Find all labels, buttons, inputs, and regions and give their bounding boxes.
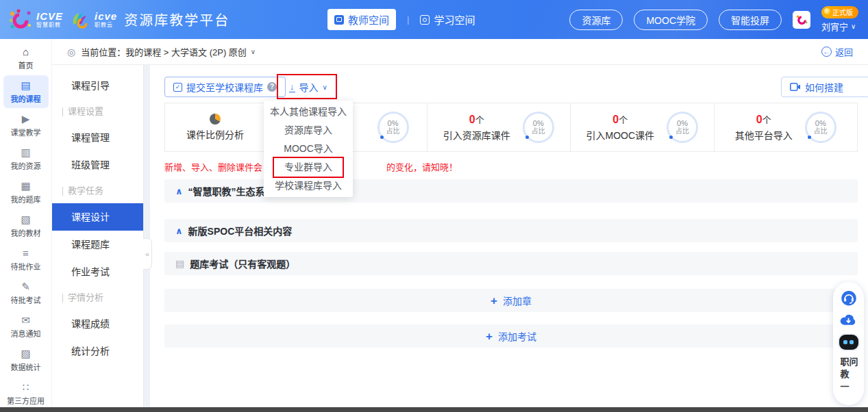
homework-icon: ≡ bbox=[3, 248, 49, 259]
sidebar-item-data-statistics[interactable]: ▨ 数据统计 bbox=[3, 344, 49, 376]
how-to-build-label: 如何搭建 bbox=[805, 80, 843, 94]
sidebar-item-home[interactable]: ⌂ 首页 bbox=[3, 42, 49, 75]
home-icon: ⌂ bbox=[3, 47, 49, 57]
add-exam-row[interactable]: + 添加考试 bbox=[164, 324, 858, 348]
section-title: 题库考试（只有客观题） bbox=[190, 257, 295, 270]
submenu-course-management[interactable]: 课程管理 bbox=[52, 124, 143, 151]
apps-icon: ∷ bbox=[3, 382, 49, 393]
help-circle-icon[interactable]: ? bbox=[267, 82, 277, 92]
sidebar-item-my-textbooks[interactable]: ▧ 我的教材 bbox=[3, 209, 49, 242]
sidebar-item-label: 数据统计 bbox=[3, 361, 49, 372]
gauge-mooc: 0% 占比 bbox=[667, 112, 698, 143]
cloud-download-icon[interactable] bbox=[840, 313, 857, 327]
location-icon: ◎ bbox=[67, 47, 75, 57]
brand1-sub: 智慧职教 bbox=[36, 23, 63, 28]
add-chapter-button[interactable]: + 添加章 bbox=[491, 294, 532, 307]
section-question-bank-exam[interactable]: ▤ 题库考试（只有客观题） bbox=[164, 252, 858, 275]
sidebar-item-label: 我的课程 bbox=[3, 93, 49, 104]
submit-to-school-library-button[interactable]: ✓ 提交至学校课程库 ? bbox=[164, 77, 286, 97]
mooc-academy-button[interactable]: MOOC学院 bbox=[634, 10, 708, 30]
page-root: ICVE 智慧职教 icve 职教云 资源库教学平台 教师空间 | bbox=[0, 0, 868, 412]
stat-unit: 个 bbox=[762, 115, 771, 125]
plus-icon: + bbox=[491, 295, 497, 307]
add-chapter-row[interactable]: + 添加章 bbox=[164, 289, 858, 312]
stat-col-mooc: 0个 引入MOOC课件 0% 占比 bbox=[570, 103, 714, 151]
breadcrumb-caret-icon[interactable]: ∨ bbox=[251, 48, 256, 55]
tab-divider: | bbox=[407, 14, 409, 25]
gauge-resource: 0% 占比 bbox=[523, 112, 554, 143]
user-name: 刘宵宁 bbox=[821, 20, 848, 33]
submenu-class-management[interactable]: 班级管理 bbox=[52, 151, 143, 179]
resource-library-button[interactable]: 资源库 bbox=[569, 10, 623, 30]
sidebar-item-pending-exams[interactable]: ✎ 待批考试 bbox=[3, 276, 49, 309]
submenu-course-design[interactable]: 课程设计 bbox=[52, 203, 143, 231]
chevron-up-icon[interactable]: ∧ bbox=[175, 186, 183, 196]
menu-item-school-library-import[interactable]: 学校课程库导入 bbox=[264, 177, 353, 195]
gauge-label: 占比 bbox=[675, 127, 689, 136]
submenu-section-course-settings: 课程设置 bbox=[52, 99, 143, 124]
section-title: 新版SPOC平台相关内容 bbox=[188, 224, 293, 237]
warning-text-left: 新增、导入、删除课件会 bbox=[164, 160, 262, 173]
icve-app-icon[interactable] bbox=[793, 11, 810, 29]
sidebar-item-my-resources[interactable]: ▥ 我的资源 bbox=[3, 142, 49, 175]
gauge-other: 0% 占比 bbox=[805, 112, 836, 143]
sidebar-item-classroom-teaching[interactable]: ▶ 课堂教学 bbox=[3, 109, 49, 142]
stat-label: 其他平台导入 bbox=[735, 128, 793, 142]
menu-item-mooc-import[interactable]: MOOC导入 bbox=[264, 140, 353, 158]
sidebar-collapse-handle[interactable]: « bbox=[143, 238, 152, 270]
bottom-scrollbar[interactable] bbox=[0, 407, 868, 412]
submenu-section-teaching-tasks: 教学任务 bbox=[52, 179, 143, 203]
sidebar-item-label: 待批作业 bbox=[3, 261, 49, 272]
warning-text-right: 的变化，请知晓！ bbox=[386, 160, 458, 173]
sidebar-item-my-courses[interactable]: ▤ 我的课程 bbox=[3, 75, 49, 108]
section-spoc-content[interactable]: ∧ 新版SPOC平台相关内容 bbox=[164, 219, 858, 242]
customer-service-icon[interactable] bbox=[841, 290, 857, 306]
smart-cast-button[interactable]: 智能投屏 bbox=[719, 10, 782, 30]
chevron-up-icon[interactable]: ∧ bbox=[175, 226, 183, 236]
submenu-course-grades[interactable]: 课程成绩 bbox=[52, 310, 143, 337]
section-pipe bbox=[62, 107, 63, 116]
breadcrumb-prefix: 当前位置： bbox=[81, 45, 125, 58]
add-exam-label: 添加考试 bbox=[498, 329, 536, 343]
tab-teacher-space[interactable]: 教师空间 bbox=[327, 9, 396, 30]
courseware-analysis: 课件比例分析 bbox=[165, 103, 265, 151]
tab-teacher-label: 教师空间 bbox=[348, 12, 389, 27]
download-icon: ↓ bbox=[289, 82, 295, 92]
add-exam-button[interactable]: + 添加考试 bbox=[486, 329, 536, 343]
ai-robot-icon[interactable] bbox=[839, 335, 858, 350]
user-menu[interactable]: 正式版 刘宵宁 ∨ bbox=[821, 6, 858, 33]
sidebar-item-label: 消息通知 bbox=[3, 328, 49, 339]
submenu-course-question-bank[interactable]: 课程题库 bbox=[52, 231, 143, 258]
teacher-space-icon bbox=[334, 15, 344, 25]
menu-item-own-courses-import[interactable]: 本人其他课程导入 bbox=[264, 103, 353, 121]
submenu-course-guide[interactable]: 课程引导 bbox=[52, 72, 143, 99]
import-button[interactable]: ↓ 导入 ∨ bbox=[281, 77, 336, 97]
submit-button-label: 提交至学校课程库 bbox=[186, 80, 263, 94]
sidebar-item-third-party-apps[interactable]: ∷ 第三方应用 bbox=[3, 377, 49, 410]
floating-assistant-widget: 职教一问 bbox=[833, 282, 864, 405]
back-button[interactable]: ← 返回 bbox=[821, 45, 853, 58]
how-to-build-button[interactable]: 如何搭建 bbox=[781, 77, 868, 97]
menu-item-resource-library-import[interactable]: 资源库导入 bbox=[264, 121, 353, 140]
sidebar-item-pending-homework[interactable]: ≡ 待批作业 bbox=[3, 243, 49, 276]
checkbox-edit-icon: ✓ bbox=[173, 83, 182, 92]
breadcrumb-path[interactable]: 我的课程 > 大学语文 (2P) 原创 bbox=[125, 45, 247, 58]
sidebar-item-label: 我的题库 bbox=[3, 194, 49, 205]
back-arrow-icon: ← bbox=[821, 47, 832, 57]
section-label: 学情分析 bbox=[68, 285, 103, 310]
stat-col-other-platform: 0个 其他平台导入 0% 占比 bbox=[714, 103, 858, 151]
gauge-label: 占比 bbox=[532, 127, 545, 136]
stat-label: 引入MOOC课件 bbox=[586, 128, 654, 142]
menu-item-major-group-import[interactable]: 专业群导入 bbox=[264, 158, 353, 177]
tab-student-space[interactable]: 学习空间 bbox=[420, 12, 475, 27]
submenu-statistics-analysis[interactable]: 统计分析 bbox=[52, 337, 143, 365]
zhijiao-yiwen-label[interactable]: 职教一问 bbox=[840, 357, 858, 405]
analysis-label: 课件比例分析 bbox=[186, 127, 244, 141]
add-chapter-label: 添加章 bbox=[503, 294, 532, 307]
gauge-percent: 0% bbox=[388, 119, 399, 127]
sidebar-item-messages[interactable]: ✉ 消息通知 bbox=[3, 310, 49, 343]
sidebar-item-my-question-bank[interactable]: ▦ 我的题库 bbox=[3, 176, 49, 209]
question-bank-icon: ▦ bbox=[3, 181, 49, 192]
submenu-homework-exam[interactable]: 作业考试 bbox=[52, 258, 143, 285]
stat-value: 0 bbox=[756, 114, 762, 125]
